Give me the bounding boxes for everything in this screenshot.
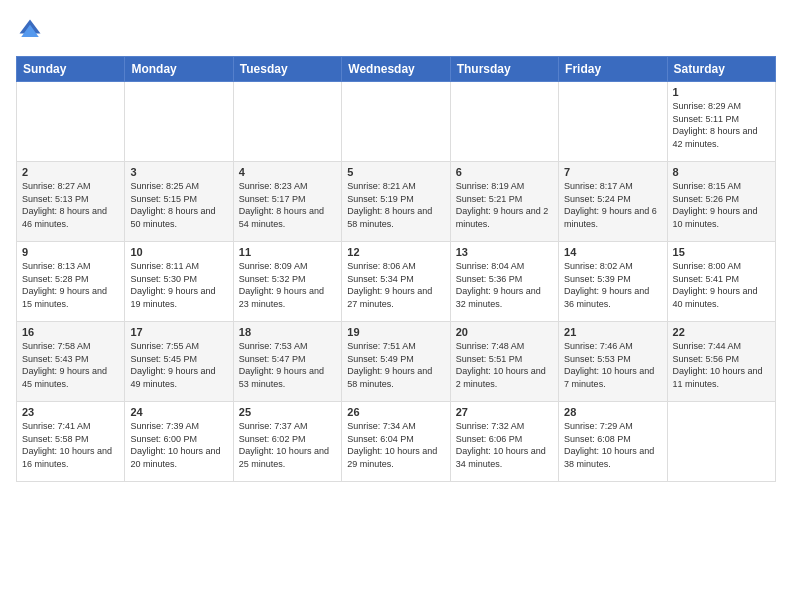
- calendar-cell: 23Sunrise: 7:41 AM Sunset: 5:58 PM Dayli…: [17, 402, 125, 482]
- day-info: Sunrise: 7:41 AM Sunset: 5:58 PM Dayligh…: [22, 420, 119, 470]
- calendar-cell: 20Sunrise: 7:48 AM Sunset: 5:51 PM Dayli…: [450, 322, 558, 402]
- page-container: SundayMondayTuesdayWednesdayThursdayFrid…: [0, 0, 792, 490]
- day-number: 10: [130, 246, 227, 258]
- day-number: 23: [22, 406, 119, 418]
- day-number: 5: [347, 166, 444, 178]
- day-number: 9: [22, 246, 119, 258]
- day-info: Sunrise: 7:37 AM Sunset: 6:02 PM Dayligh…: [239, 420, 336, 470]
- calendar-cell: 18Sunrise: 7:53 AM Sunset: 5:47 PM Dayli…: [233, 322, 341, 402]
- day-number: 19: [347, 326, 444, 338]
- day-number: 3: [130, 166, 227, 178]
- calendar-cell: 7Sunrise: 8:17 AM Sunset: 5:24 PM Daylig…: [559, 162, 667, 242]
- day-number: 4: [239, 166, 336, 178]
- calendar-cell: 21Sunrise: 7:46 AM Sunset: 5:53 PM Dayli…: [559, 322, 667, 402]
- calendar-week-row: 1Sunrise: 8:29 AM Sunset: 5:11 PM Daylig…: [17, 82, 776, 162]
- day-info: Sunrise: 8:09 AM Sunset: 5:32 PM Dayligh…: [239, 260, 336, 310]
- calendar-cell: [559, 82, 667, 162]
- day-number: 15: [673, 246, 770, 258]
- day-info: Sunrise: 7:48 AM Sunset: 5:51 PM Dayligh…: [456, 340, 553, 390]
- day-info: Sunrise: 8:27 AM Sunset: 5:13 PM Dayligh…: [22, 180, 119, 230]
- day-number: 22: [673, 326, 770, 338]
- day-info: Sunrise: 8:04 AM Sunset: 5:36 PM Dayligh…: [456, 260, 553, 310]
- day-of-week-header: Saturday: [667, 57, 775, 82]
- day-info: Sunrise: 7:44 AM Sunset: 5:56 PM Dayligh…: [673, 340, 770, 390]
- day-number: 26: [347, 406, 444, 418]
- calendar-cell: 27Sunrise: 7:32 AM Sunset: 6:06 PM Dayli…: [450, 402, 558, 482]
- calendar-cell: 5Sunrise: 8:21 AM Sunset: 5:19 PM Daylig…: [342, 162, 450, 242]
- day-number: 27: [456, 406, 553, 418]
- day-number: 11: [239, 246, 336, 258]
- calendar-week-row: 23Sunrise: 7:41 AM Sunset: 5:58 PM Dayli…: [17, 402, 776, 482]
- day-info: Sunrise: 7:34 AM Sunset: 6:04 PM Dayligh…: [347, 420, 444, 470]
- calendar-cell: 14Sunrise: 8:02 AM Sunset: 5:39 PM Dayli…: [559, 242, 667, 322]
- calendar-cell: [667, 402, 775, 482]
- day-info: Sunrise: 7:51 AM Sunset: 5:49 PM Dayligh…: [347, 340, 444, 390]
- day-info: Sunrise: 8:19 AM Sunset: 5:21 PM Dayligh…: [456, 180, 553, 230]
- calendar-cell: 25Sunrise: 7:37 AM Sunset: 6:02 PM Dayli…: [233, 402, 341, 482]
- calendar-cell: 13Sunrise: 8:04 AM Sunset: 5:36 PM Dayli…: [450, 242, 558, 322]
- calendar-cell: 3Sunrise: 8:25 AM Sunset: 5:15 PM Daylig…: [125, 162, 233, 242]
- calendar-cell: [342, 82, 450, 162]
- day-info: Sunrise: 7:55 AM Sunset: 5:45 PM Dayligh…: [130, 340, 227, 390]
- calendar-header-row: SundayMondayTuesdayWednesdayThursdayFrid…: [17, 57, 776, 82]
- logo-icon: [16, 16, 44, 44]
- day-number: 6: [456, 166, 553, 178]
- logo: [16, 16, 48, 44]
- day-info: Sunrise: 8:06 AM Sunset: 5:34 PM Dayligh…: [347, 260, 444, 310]
- day-number: 13: [456, 246, 553, 258]
- calendar-cell: 9Sunrise: 8:13 AM Sunset: 5:28 PM Daylig…: [17, 242, 125, 322]
- calendar-week-row: 9Sunrise: 8:13 AM Sunset: 5:28 PM Daylig…: [17, 242, 776, 322]
- day-number: 18: [239, 326, 336, 338]
- calendar-cell: 17Sunrise: 7:55 AM Sunset: 5:45 PM Dayli…: [125, 322, 233, 402]
- calendar-cell: 4Sunrise: 8:23 AM Sunset: 5:17 PM Daylig…: [233, 162, 341, 242]
- day-number: 16: [22, 326, 119, 338]
- day-number: 14: [564, 246, 661, 258]
- day-info: Sunrise: 8:25 AM Sunset: 5:15 PM Dayligh…: [130, 180, 227, 230]
- day-number: 8: [673, 166, 770, 178]
- day-info: Sunrise: 8:13 AM Sunset: 5:28 PM Dayligh…: [22, 260, 119, 310]
- calendar-cell: [125, 82, 233, 162]
- day-of-week-header: Wednesday: [342, 57, 450, 82]
- day-info: Sunrise: 7:39 AM Sunset: 6:00 PM Dayligh…: [130, 420, 227, 470]
- day-info: Sunrise: 8:11 AM Sunset: 5:30 PM Dayligh…: [130, 260, 227, 310]
- day-number: 25: [239, 406, 336, 418]
- day-of-week-header: Sunday: [17, 57, 125, 82]
- day-info: Sunrise: 8:00 AM Sunset: 5:41 PM Dayligh…: [673, 260, 770, 310]
- day-number: 1: [673, 86, 770, 98]
- calendar-cell: 26Sunrise: 7:34 AM Sunset: 6:04 PM Dayli…: [342, 402, 450, 482]
- day-number: 2: [22, 166, 119, 178]
- day-info: Sunrise: 8:23 AM Sunset: 5:17 PM Dayligh…: [239, 180, 336, 230]
- calendar-cell: 8Sunrise: 8:15 AM Sunset: 5:26 PM Daylig…: [667, 162, 775, 242]
- day-info: Sunrise: 8:15 AM Sunset: 5:26 PM Dayligh…: [673, 180, 770, 230]
- header: [16, 16, 776, 44]
- calendar-cell: 6Sunrise: 8:19 AM Sunset: 5:21 PM Daylig…: [450, 162, 558, 242]
- day-of-week-header: Friday: [559, 57, 667, 82]
- day-info: Sunrise: 8:02 AM Sunset: 5:39 PM Dayligh…: [564, 260, 661, 310]
- calendar-cell: 22Sunrise: 7:44 AM Sunset: 5:56 PM Dayli…: [667, 322, 775, 402]
- day-info: Sunrise: 7:32 AM Sunset: 6:06 PM Dayligh…: [456, 420, 553, 470]
- calendar-cell: 12Sunrise: 8:06 AM Sunset: 5:34 PM Dayli…: [342, 242, 450, 322]
- day-number: 21: [564, 326, 661, 338]
- calendar-cell: 15Sunrise: 8:00 AM Sunset: 5:41 PM Dayli…: [667, 242, 775, 322]
- day-info: Sunrise: 7:58 AM Sunset: 5:43 PM Dayligh…: [22, 340, 119, 390]
- calendar-cell: 24Sunrise: 7:39 AM Sunset: 6:00 PM Dayli…: [125, 402, 233, 482]
- calendar-cell: [450, 82, 558, 162]
- calendar-cell: 1Sunrise: 8:29 AM Sunset: 5:11 PM Daylig…: [667, 82, 775, 162]
- calendar-week-row: 16Sunrise: 7:58 AM Sunset: 5:43 PM Dayli…: [17, 322, 776, 402]
- day-info: Sunrise: 8:17 AM Sunset: 5:24 PM Dayligh…: [564, 180, 661, 230]
- day-of-week-header: Tuesday: [233, 57, 341, 82]
- calendar-cell: 16Sunrise: 7:58 AM Sunset: 5:43 PM Dayli…: [17, 322, 125, 402]
- calendar-cell: [17, 82, 125, 162]
- day-number: 24: [130, 406, 227, 418]
- day-of-week-header: Thursday: [450, 57, 558, 82]
- day-number: 20: [456, 326, 553, 338]
- day-info: Sunrise: 8:29 AM Sunset: 5:11 PM Dayligh…: [673, 100, 770, 150]
- day-number: 17: [130, 326, 227, 338]
- calendar-cell: 11Sunrise: 8:09 AM Sunset: 5:32 PM Dayli…: [233, 242, 341, 322]
- day-info: Sunrise: 7:46 AM Sunset: 5:53 PM Dayligh…: [564, 340, 661, 390]
- day-info: Sunrise: 7:53 AM Sunset: 5:47 PM Dayligh…: [239, 340, 336, 390]
- calendar: SundayMondayTuesdayWednesdayThursdayFrid…: [16, 56, 776, 482]
- calendar-cell: 28Sunrise: 7:29 AM Sunset: 6:08 PM Dayli…: [559, 402, 667, 482]
- day-info: Sunrise: 8:21 AM Sunset: 5:19 PM Dayligh…: [347, 180, 444, 230]
- day-number: 12: [347, 246, 444, 258]
